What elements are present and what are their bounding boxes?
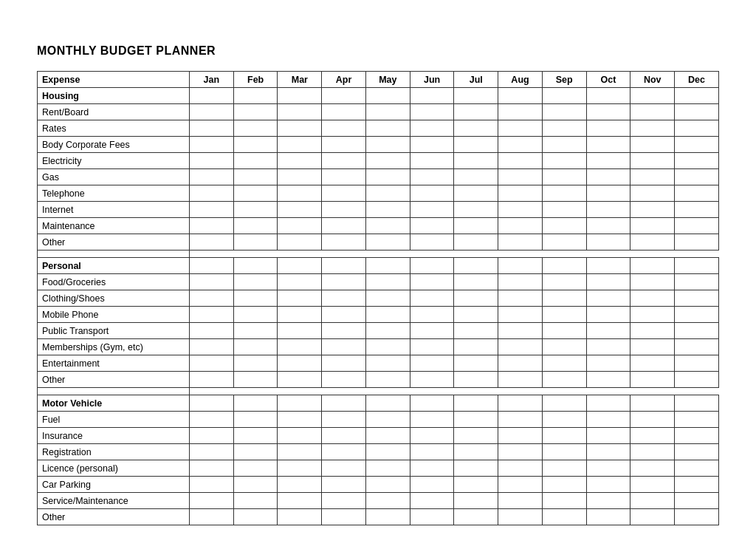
data-cell[interactable] bbox=[675, 307, 719, 323]
data-cell[interactable] bbox=[542, 460, 586, 477]
data-cell[interactable] bbox=[586, 185, 630, 202]
data-cell[interactable] bbox=[278, 120, 322, 137]
data-cell[interactable] bbox=[675, 493, 719, 509]
data-cell[interactable] bbox=[322, 323, 366, 339]
data-cell[interactable] bbox=[542, 355, 586, 372]
data-cell[interactable] bbox=[675, 323, 719, 339]
data-cell[interactable] bbox=[322, 185, 366, 202]
data-cell[interactable] bbox=[630, 234, 675, 251]
data-cell[interactable] bbox=[278, 274, 322, 290]
data-cell[interactable] bbox=[454, 137, 498, 153]
data-cell[interactable] bbox=[498, 202, 543, 218]
data-cell[interactable] bbox=[410, 137, 454, 153]
data-cell[interactable] bbox=[498, 372, 543, 388]
data-cell[interactable] bbox=[454, 185, 498, 202]
data-cell[interactable] bbox=[190, 234, 234, 251]
data-cell[interactable] bbox=[542, 153, 586, 169]
data-cell[interactable] bbox=[322, 428, 366, 444]
data-cell[interactable] bbox=[675, 274, 719, 290]
data-cell[interactable] bbox=[675, 120, 719, 137]
data-cell[interactable] bbox=[630, 355, 675, 372]
data-cell[interactable] bbox=[278, 307, 322, 323]
data-cell[interactable] bbox=[586, 444, 630, 460]
data-cell[interactable] bbox=[233, 137, 278, 153]
data-cell[interactable] bbox=[410, 509, 454, 525]
data-cell[interactable] bbox=[278, 290, 322, 307]
data-cell[interactable] bbox=[498, 218, 543, 234]
data-cell[interactable] bbox=[322, 355, 366, 372]
data-cell[interactable] bbox=[630, 509, 675, 525]
data-cell[interactable] bbox=[365, 218, 410, 234]
data-cell[interactable] bbox=[410, 307, 454, 323]
data-cell[interactable] bbox=[498, 428, 543, 444]
data-cell[interactable] bbox=[190, 355, 234, 372]
data-cell[interactable] bbox=[322, 202, 366, 218]
data-cell[interactable] bbox=[322, 412, 366, 428]
data-cell[interactable] bbox=[365, 355, 410, 372]
data-cell[interactable] bbox=[410, 234, 454, 251]
data-cell[interactable] bbox=[410, 218, 454, 234]
data-cell[interactable] bbox=[630, 477, 675, 493]
data-cell[interactable] bbox=[278, 169, 322, 185]
data-cell[interactable] bbox=[498, 185, 543, 202]
data-cell[interactable] bbox=[233, 234, 278, 251]
data-cell[interactable] bbox=[410, 202, 454, 218]
data-cell[interactable] bbox=[322, 218, 366, 234]
data-cell[interactable] bbox=[586, 477, 630, 493]
data-cell[interactable] bbox=[675, 412, 719, 428]
data-cell[interactable] bbox=[190, 339, 234, 355]
data-cell[interactable] bbox=[542, 509, 586, 525]
data-cell[interactable] bbox=[630, 104, 675, 120]
data-cell[interactable] bbox=[454, 120, 498, 137]
data-cell[interactable] bbox=[410, 372, 454, 388]
data-cell[interactable] bbox=[586, 218, 630, 234]
data-cell[interactable] bbox=[630, 137, 675, 153]
data-cell[interactable] bbox=[498, 509, 543, 525]
data-cell[interactable] bbox=[278, 444, 322, 460]
data-cell[interactable] bbox=[542, 412, 586, 428]
data-cell[interactable] bbox=[322, 234, 366, 251]
data-cell[interactable] bbox=[586, 120, 630, 137]
data-cell[interactable] bbox=[410, 274, 454, 290]
data-cell[interactable] bbox=[498, 274, 543, 290]
data-cell[interactable] bbox=[630, 274, 675, 290]
data-cell[interactable] bbox=[675, 339, 719, 355]
data-cell[interactable] bbox=[190, 274, 234, 290]
data-cell[interactable] bbox=[190, 104, 234, 120]
data-cell[interactable] bbox=[410, 355, 454, 372]
data-cell[interactable] bbox=[542, 169, 586, 185]
data-cell[interactable] bbox=[454, 509, 498, 525]
data-cell[interactable] bbox=[675, 169, 719, 185]
data-cell[interactable] bbox=[498, 477, 543, 493]
data-cell[interactable] bbox=[233, 120, 278, 137]
data-cell[interactable] bbox=[586, 412, 630, 428]
data-cell[interactable] bbox=[365, 428, 410, 444]
data-cell[interactable] bbox=[630, 460, 675, 477]
data-cell[interactable] bbox=[233, 290, 278, 307]
data-cell[interactable] bbox=[498, 169, 543, 185]
data-cell[interactable] bbox=[233, 104, 278, 120]
data-cell[interactable] bbox=[190, 290, 234, 307]
data-cell[interactable] bbox=[542, 185, 586, 202]
data-cell[interactable] bbox=[586, 202, 630, 218]
data-cell[interactable] bbox=[498, 104, 543, 120]
data-cell[interactable] bbox=[586, 290, 630, 307]
data-cell[interactable] bbox=[542, 323, 586, 339]
data-cell[interactable] bbox=[454, 274, 498, 290]
data-cell[interactable] bbox=[322, 153, 366, 169]
data-cell[interactable] bbox=[233, 202, 278, 218]
data-cell[interactable] bbox=[278, 153, 322, 169]
data-cell[interactable] bbox=[278, 137, 322, 153]
data-cell[interactable] bbox=[233, 372, 278, 388]
data-cell[interactable] bbox=[454, 493, 498, 509]
data-cell[interactable] bbox=[410, 444, 454, 460]
data-cell[interactable] bbox=[542, 428, 586, 444]
data-cell[interactable] bbox=[675, 290, 719, 307]
data-cell[interactable] bbox=[233, 460, 278, 477]
data-cell[interactable] bbox=[410, 290, 454, 307]
data-cell[interactable] bbox=[365, 307, 410, 323]
data-cell[interactable] bbox=[630, 372, 675, 388]
data-cell[interactable] bbox=[278, 372, 322, 388]
data-cell[interactable] bbox=[365, 185, 410, 202]
data-cell[interactable] bbox=[190, 412, 234, 428]
